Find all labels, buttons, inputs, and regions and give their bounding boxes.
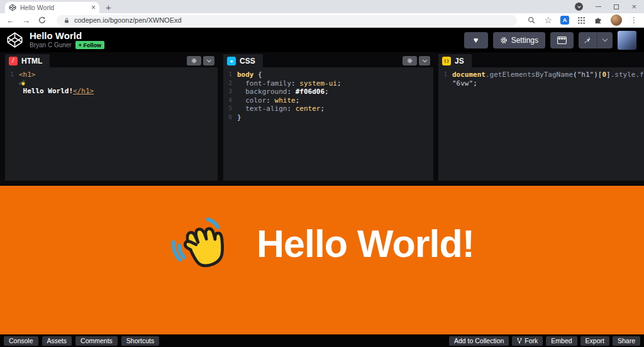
code-line: 1document.getElementsByTagName("h1")[0].… xyxy=(438,71,644,79)
comments-button[interactable]: Comments xyxy=(75,336,118,346)
padlock-icon xyxy=(64,17,70,24)
html-icon: / xyxy=(9,57,18,65)
code-line: 6} xyxy=(223,113,433,122)
zoom-icon[interactable] xyxy=(527,16,536,25)
fork-button[interactable]: Fork xyxy=(512,336,543,346)
waving-hand-emoji xyxy=(19,79,26,87)
tab-css[interactable]: ● CSS xyxy=(223,54,263,67)
html-editor-panel: / HTML 1<h1> Hello World!</h1> xyxy=(5,54,218,181)
export-button[interactable]: Export xyxy=(580,336,609,346)
settings-label: Settings xyxy=(511,36,538,45)
editor-panels: / HTML 1<h1> Hello World!</h1> xyxy=(0,52,644,186)
forward-icon[interactable]: → xyxy=(22,16,30,25)
extensions-puzzle-icon[interactable] xyxy=(594,16,602,25)
window-maximize-button[interactable] xyxy=(614,4,619,9)
html-collapse-button[interactable] xyxy=(203,56,214,65)
new-tab-button[interactable]: + xyxy=(106,3,111,12)
settings-button[interactable]: Settings xyxy=(493,32,545,48)
footer-actions: Add to Collection Fork Embed Export Shar… xyxy=(449,336,640,346)
line-number: 2 xyxy=(223,79,237,88)
assets-button[interactable]: Assets xyxy=(42,336,72,346)
js-code-editor[interactable]: 1document.getElementsByTagName("h1")[0].… xyxy=(438,67,644,181)
url-text: codepen.io/bgoonz/pen/XWNOExd xyxy=(74,16,182,24)
pin-button-group xyxy=(579,32,613,48)
browser-profile-avatar[interactable] xyxy=(611,14,622,26)
line-number: 1 xyxy=(223,71,237,79)
chevron-down-icon xyxy=(422,58,426,62)
fork-icon xyxy=(517,338,522,344)
window-minimize-button[interactable] xyxy=(596,6,601,7)
change-view-button[interactable] xyxy=(550,32,574,48)
css-settings-button[interactable] xyxy=(402,56,417,65)
toolbar-icons: ☆ A ⋮ xyxy=(527,14,638,26)
follow-button[interactable]: + Follow xyxy=(75,41,104,49)
line-number: 5 xyxy=(223,105,237,113)
preview-heading: Hello World! xyxy=(257,212,474,275)
tab-js[interactable]: () JS xyxy=(438,54,472,67)
heart-icon: ♥ xyxy=(474,35,479,45)
tab-html[interactable]: / HTML xyxy=(5,54,50,67)
css-panel-header: ● CSS xyxy=(223,54,433,67)
layout-view-icon xyxy=(557,37,567,44)
like-button[interactable]: ♥ xyxy=(464,32,488,48)
bookmark-star-icon[interactable]: ☆ xyxy=(544,16,552,25)
waving-hand-emoji xyxy=(170,212,235,275)
browser-update-icon[interactable] xyxy=(575,3,583,11)
code-line: 1<h1> Hello World!</h1> xyxy=(5,71,218,95)
html-settings-button[interactable] xyxy=(187,56,201,65)
reload-icon[interactable] xyxy=(38,16,47,25)
pin-icon xyxy=(584,36,591,44)
code-line: 1body { xyxy=(223,71,433,79)
html-panel-label: HTML xyxy=(21,57,42,65)
pin-button[interactable] xyxy=(579,32,597,48)
html-panel-header: / HTML xyxy=(5,54,218,67)
window-close-button[interactable]: × xyxy=(631,3,636,11)
chevron-down-icon xyxy=(602,37,608,42)
tab-title: Hello World xyxy=(20,4,87,11)
browser-menu-icon[interactable]: ⋮ xyxy=(630,16,638,25)
console-button[interactable]: Console xyxy=(4,336,38,346)
embed-button[interactable]: Embed xyxy=(546,336,577,346)
code-line: 3 background: #f06d06; xyxy=(223,88,433,96)
pin-dropdown-button[interactable] xyxy=(597,32,613,48)
line-number: 3 xyxy=(223,88,237,96)
gear-icon xyxy=(407,58,413,64)
css-panel-label: CSS xyxy=(240,57,255,65)
js-editor-panel: () JS 1document.getElementsByTagName("h1… xyxy=(438,54,644,181)
code-line: 4 color: white; xyxy=(223,96,433,105)
browser-tab-bar: Hello World × + × xyxy=(0,0,644,13)
css-editor-panel: ● CSS 1body {2 font-family: system-ui;3 … xyxy=(223,54,433,181)
url-bar[interactable]: codepen.io/bgoonz/pen/XWNOExd xyxy=(57,15,517,26)
gear-icon xyxy=(500,37,508,44)
css-code-editor[interactable]: 1body {2 font-family: system-ui;3 backgr… xyxy=(223,67,433,181)
header-actions: ♥ Settings xyxy=(464,31,636,50)
browser-address-bar: ← → codepen.io/bgoonz/pen/XWNOExd ☆ A xyxy=(0,13,644,28)
chevron-down-icon xyxy=(577,4,581,8)
tab-close-icon[interactable]: × xyxy=(91,4,96,11)
pen-author-link[interactable]: Bryan C Guner xyxy=(30,42,72,48)
apps-grid-icon[interactable] xyxy=(577,16,586,25)
html-code-editor[interactable]: 1<h1> Hello World!</h1> xyxy=(5,67,218,181)
shortcuts-button[interactable]: Shortcuts xyxy=(121,336,159,346)
translate-icon[interactable]: A xyxy=(560,16,569,25)
codepen-header: Hello World Bryan C Guner + Follow ♥ Set… xyxy=(0,28,644,52)
codepen-favicon-icon xyxy=(9,4,16,11)
browser-tab[interactable]: Hello World × xyxy=(5,2,99,13)
css-collapse-button[interactable] xyxy=(419,56,430,65)
pen-titles: Hello World Bryan C Guner + Follow xyxy=(30,31,104,49)
editor-footer-bar: Console Assets Comments Shortcuts Add to… xyxy=(0,334,644,347)
css-icon: ● xyxy=(227,57,236,65)
share-button[interactable]: Share xyxy=(613,336,640,346)
line-number: 6 xyxy=(223,113,237,122)
codepen-logo-icon[interactable] xyxy=(6,31,23,48)
back-icon[interactable]: ← xyxy=(6,16,14,25)
code-line: "6vw"; xyxy=(438,79,644,88)
gear-icon xyxy=(191,58,197,64)
user-avatar[interactable] xyxy=(618,31,636,50)
line-number xyxy=(438,79,452,88)
result-preview: Hello World! xyxy=(0,186,644,334)
line-number: 1 xyxy=(5,71,19,95)
add-to-collection-button[interactable]: Add to Collection xyxy=(449,336,509,346)
window-controls: × xyxy=(567,0,644,13)
pen-title: Hello World xyxy=(30,31,104,40)
